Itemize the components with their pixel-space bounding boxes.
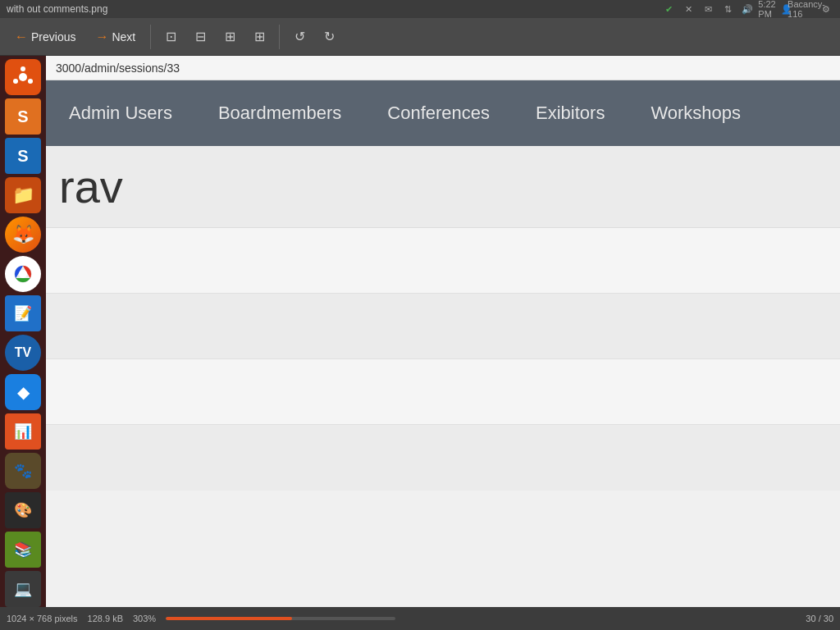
- previous-label: Previous: [31, 30, 75, 43]
- sidebar-app-impress[interactable]: 📊: [5, 413, 41, 450]
- svg-point-7: [19, 270, 27, 278]
- page-content: rav: [46, 146, 840, 607]
- svg-point-4: [13, 79, 18, 84]
- zoom-fit-button[interactable]: ⊡: [158, 24, 184, 50]
- sidebar-app-firefox[interactable]: 🦊: [5, 217, 41, 253]
- content-row-2: [46, 228, 840, 294]
- content-row-1: rav: [46, 146, 840, 228]
- network-icon: ⇅: [720, 2, 735, 16]
- nav-boardmembers[interactable]: Boardmembers: [205, 89, 374, 137]
- title-bar-text: with out comments.png: [7, 3, 661, 15]
- status-filesize: 128.9 kB: [88, 614, 123, 623]
- volume-icon: 🔊: [740, 2, 755, 16]
- settings-icon: ⚙: [819, 2, 833, 16]
- toolbar: ← Previous → Next ⊡ ⊟ ⊞ ⊞ ↺ ↻: [0, 18, 840, 56]
- status-bar: 840 × 630 pixels 128.9 kB 303% 30 / 30: [0, 607, 840, 630]
- nav-workshops[interactable]: Workshops: [637, 89, 774, 137]
- status-page: 30 / 30: [806, 614, 833, 623]
- sidebar-app-libreoffice-writer[interactable]: 📝: [5, 295, 41, 331]
- address-bar: 3000/admin/sessions/33: [46, 56, 840, 80]
- content-row-4: [46, 359, 840, 425]
- main-wrapper: S S 📁 🦊 📝 TV ◆ 📊 🐾 🎨 📚 💻 3000/admin/sess…: [0, 56, 840, 607]
- sidebar-app-sublime[interactable]: S: [5, 98, 41, 135]
- zoom-in-button[interactable]: ⊞: [217, 24, 243, 50]
- user-label: Bacancy-116: [799, 2, 814, 16]
- mail-icon: ✉: [701, 2, 715, 16]
- rotate-left-button[interactable]: ↺: [286, 24, 313, 50]
- nav-conferences[interactable]: Conferences: [374, 89, 523, 137]
- checkmark-icon: ✔: [661, 2, 676, 16]
- sidebar-app-skype[interactable]: S: [5, 138, 41, 174]
- nav-exibitors[interactable]: Exibitors: [523, 89, 637, 137]
- sidebar-app-gimp[interactable]: 🐾: [5, 453, 41, 489]
- sidebar-app-laptop[interactable]: 💻: [5, 571, 41, 607]
- close-x-icon: ✕: [681, 2, 696, 16]
- content-row-5: [46, 425, 840, 491]
- grid-button[interactable]: ⊞: [246, 24, 272, 50]
- rotate-right-button[interactable]: ↻: [316, 24, 342, 50]
- svg-point-1: [19, 73, 27, 81]
- progress-area: [166, 617, 796, 620]
- status-dimensions: 840 × 630 pixels: [7, 614, 78, 623]
- sidebar-app-gimp2[interactable]: 🎨: [5, 492, 41, 528]
- svg-point-2: [21, 66, 25, 71]
- sidebar-app-chrome[interactable]: [5, 256, 41, 292]
- browser-area: 3000/admin/sessions/33 Admin Users Board…: [46, 56, 840, 607]
- url-text: 3000/admin/sessions/33: [56, 62, 180, 75]
- title-bar: with out comments.png ✔ ✕ ✉ ⇅ 🔊 5:22 PM …: [0, 0, 840, 18]
- previous-button[interactable]: ← Previous: [7, 25, 84, 49]
- sidebar-app-dropbox[interactable]: ◆: [5, 374, 41, 410]
- right-arrow-icon: →: [95, 30, 108, 44]
- progress-bar-fill: [166, 617, 292, 620]
- nav-menu: Admin Users Boardmembers Conferences Exi…: [46, 80, 840, 146]
- sidebar-app-folder[interactable]: 📁: [5, 177, 41, 213]
- time-label: 5:22 PM: [760, 2, 774, 16]
- progress-bar-container: [166, 617, 395, 620]
- next-button[interactable]: → Next: [87, 25, 144, 49]
- big-text: rav: [59, 160, 123, 213]
- left-arrow-icon: ←: [15, 30, 28, 44]
- zoom-out-button[interactable]: ⊟: [187, 24, 213, 50]
- sidebar-app-ubuntu[interactable]: [5, 59, 41, 95]
- sidebar-app-teamviewer[interactable]: TV: [5, 335, 41, 371]
- content-row-3: [46, 294, 840, 359]
- nav-admin-users[interactable]: Admin Users: [56, 89, 205, 137]
- toolbar-separator-1: [150, 25, 151, 49]
- sidebar-app-files[interactable]: 📚: [5, 532, 41, 568]
- sidebar: S S 📁 🦊 📝 TV ◆ 📊 🐾 🎨 📚 💻: [0, 56, 46, 607]
- svg-point-3: [28, 79, 33, 84]
- toolbar-separator-2: [279, 25, 280, 49]
- status-zoom: 303%: [133, 614, 156, 623]
- next-label: Next: [112, 30, 135, 43]
- title-bar-icons: ✔ ✕ ✉ ⇅ 🔊 5:22 PM 👤 Bacancy-116 ⚙: [661, 2, 833, 16]
